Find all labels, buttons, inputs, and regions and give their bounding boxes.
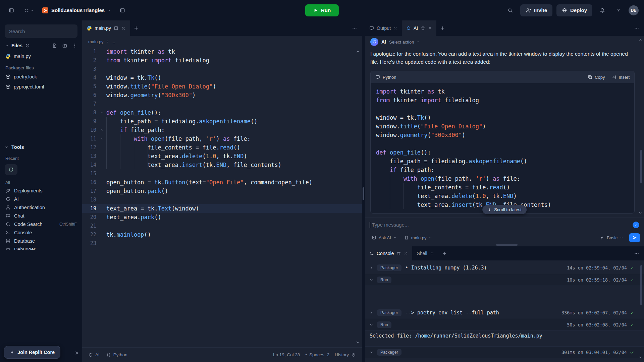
new-tab-icon[interactable]	[133, 25, 139, 31]
sidebar-item-database[interactable]: Database	[0, 237, 82, 245]
console-entry[interactable]: Run10s on 02:59:18, 02/04	[365, 274, 644, 286]
recent-ai-button[interactable]	[5, 164, 17, 175]
tab-ai[interactable]: AI	[402, 20, 436, 36]
clear-chat-icon[interactable]	[421, 26, 425, 31]
console-entry[interactable]: Packager--> poetry env list --full-path3…	[365, 307, 644, 319]
fold-indicator[interactable]	[98, 134, 106, 143]
model-dropdown[interactable]: Basic	[597, 234, 626, 242]
panel-resize-divider[interactable]	[362, 20, 365, 362]
sidebar-item-code-search[interactable]: Code SearchCtrlShiftF	[0, 220, 82, 228]
close-tab-icon[interactable]	[393, 26, 397, 30]
avatar[interactable]: DE	[629, 5, 639, 15]
sidebar-item-authentication[interactable]: Authentication	[0, 203, 82, 212]
console-options-icon[interactable]	[634, 251, 639, 256]
statusbar-language[interactable]: Python	[106, 352, 127, 357]
scroll-to-latest-button[interactable]: Scroll to latest	[482, 205, 527, 214]
clear-console-icon[interactable]	[396, 251, 401, 256]
code-line[interactable]: 18	[82, 195, 362, 204]
console-entry[interactable]: Packager301ms on 03:04:01, 02/04	[365, 346, 644, 358]
chevron-down-icon[interactable]	[101, 137, 104, 140]
breadcrumb-more[interactable]: ...	[112, 39, 115, 44]
deploy-button[interactable]: Deploy	[556, 4, 592, 16]
global-search-button[interactable]	[504, 4, 516, 16]
file-item-main-py[interactable]: main.py	[0, 51, 82, 61]
sidebar-search-input[interactable]: Search	[5, 24, 77, 38]
fold-indicator[interactable]	[98, 126, 106, 134]
files-menu-icon[interactable]	[72, 43, 77, 48]
code-line[interactable]: 2from tkinter import filedialog	[82, 56, 362, 65]
help-button[interactable]	[612, 4, 625, 16]
file-item-poetry-lock[interactable]: poetry.lock	[0, 72, 82, 82]
code-line[interactable]: 6window.geometry("300x300")	[82, 91, 362, 100]
tab-main-py[interactable]: main.py	[82, 20, 130, 36]
code-line[interactable]: 19text_area = tk.Text(window)	[82, 204, 362, 213]
chevron-down-icon[interactable]	[369, 350, 373, 354]
tab-console[interactable]: Console	[365, 246, 412, 260]
scroll-up-icon[interactable]	[356, 49, 360, 54]
code-line[interactable]: 22tk.mainloop()	[82, 230, 362, 239]
sidebar-item-debugger[interactable]: Debugger	[0, 245, 82, 250]
code-line[interactable]: 16open_button = tk.Button(text="Open Fil…	[82, 178, 362, 187]
code-line[interactable]: 8def open_file():	[82, 108, 362, 117]
code-editor[interactable]: 1import tkinter as tk2from tkinter impor…	[82, 47, 362, 347]
ask-ai-dropdown[interactable]: Ask AI	[369, 234, 399, 242]
auto-check-toggle[interactable]	[633, 222, 639, 228]
console-entry[interactable]: Packager• Installing numpy (1.26.3)14s o…	[365, 262, 644, 274]
chevron-down-icon[interactable]	[5, 44, 9, 48]
code-line[interactable]: 20text_area.pack()	[82, 213, 362, 222]
layout-button[interactable]	[116, 4, 128, 16]
chevron-down-icon[interactable]	[5, 145, 9, 149]
copy-code-button[interactable]: Copy	[588, 75, 605, 80]
scroll-down-icon[interactable]	[638, 211, 642, 215]
tab-output[interactable]: Output	[365, 20, 402, 36]
project-menu-button[interactable]: SolidZealousTriangles	[40, 4, 113, 16]
code-line[interactable]: 23	[82, 239, 362, 248]
code-line[interactable]: 12 file_contents = file.read()	[82, 143, 362, 152]
sidebar-toggle-button[interactable]	[5, 4, 17, 16]
sidebar-item-console[interactable]: Console	[0, 228, 82, 237]
select-action-dropdown[interactable]: Select action	[389, 40, 420, 45]
code-line[interactable]: 4window = tk.Tk()	[82, 73, 362, 82]
scrollbar-thumb[interactable]	[640, 150, 642, 183]
code-line[interactable]: 21	[82, 222, 362, 230]
ai-options-icon[interactable]	[634, 25, 639, 31]
send-message-button[interactable]	[629, 233, 640, 242]
code-line[interactable]: 5window.title("File Open Dialog")	[82, 82, 362, 91]
new-tab-icon[interactable]	[440, 25, 445, 31]
close-tab-icon[interactable]	[428, 26, 432, 30]
sidebar-item-ai[interactable]: AI	[0, 195, 82, 203]
close-tab-icon[interactable]	[404, 251, 408, 255]
code-line[interactable]: 10 if file_path:	[82, 126, 362, 134]
scrollbar-thumb[interactable]	[496, 244, 518, 246]
scroll-down-icon[interactable]	[356, 340, 360, 345]
editor-options-icon[interactable]	[352, 25, 357, 31]
chevron-down-icon[interactable]	[369, 323, 373, 327]
code-line[interactable]: 14 text_area.insert(tk.END, file_content…	[82, 161, 362, 169]
add-file-icon[interactable]	[52, 43, 57, 48]
close-tab-icon[interactable]	[430, 251, 434, 255]
code-line[interactable]: 7	[82, 100, 362, 108]
code-line[interactable]: 11 with open(file_path, 'r') as file:	[82, 134, 362, 143]
sidebar-item-chat[interactable]: Chat	[0, 212, 82, 220]
code-line[interactable]: 17open_button.pack()	[82, 187, 362, 195]
scrollbar-thumb[interactable]	[640, 265, 642, 305]
chevron-right-icon[interactable]	[369, 266, 373, 270]
notifications-button[interactable]	[596, 4, 608, 16]
scroll-down-icon[interactable]	[638, 355, 642, 359]
code-line[interactable]: 9 file_path = filedialog.askopenfilename…	[82, 117, 362, 126]
join-replit-core-button[interactable]: Join Replit Core	[4, 346, 60, 359]
tab-shell[interactable]: Shell	[412, 246, 438, 260]
code-line[interactable]: 3	[82, 65, 362, 73]
ai-message-input[interactable]: Type message...	[365, 218, 644, 232]
indentation-setting[interactable]: •Spaces: 2	[305, 352, 329, 357]
fold-indicator[interactable]	[98, 108, 106, 117]
resize-handle[interactable]	[363, 187, 364, 200]
chevron-down-icon[interactable]	[101, 111, 104, 114]
sidebar-item-deployments[interactable]: Deployments	[0, 186, 82, 195]
statusbar-ai[interactable]: AI	[88, 352, 100, 357]
history-button[interactable]: History	[335, 352, 356, 357]
insert-code-button[interactable]: Insert	[611, 75, 630, 80]
chevron-down-icon[interactable]	[369, 278, 373, 282]
add-folder-icon[interactable]	[62, 43, 67, 48]
code-line[interactable]: 15	[82, 169, 362, 178]
